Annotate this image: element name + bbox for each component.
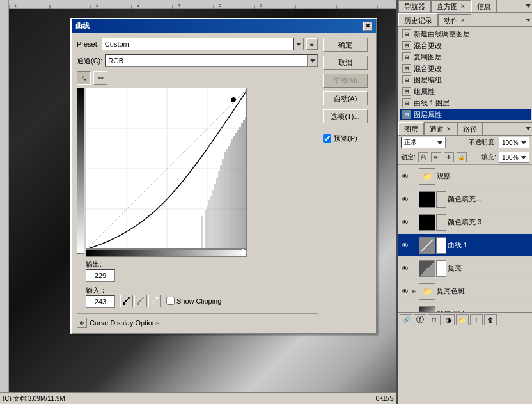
layer-visibility-tiqiangseban[interactable]: 👁	[400, 286, 410, 297]
lock-image-pixels-button[interactable]: ✏	[431, 152, 441, 162]
layer-visibility-guancha[interactable]: 👁	[400, 171, 410, 182]
history-icon-2: ⊞	[402, 52, 411, 61]
opacity-input[interactable]: 100%	[499, 137, 529, 148]
tab-actions-close[interactable]: ✕	[460, 17, 465, 24]
layer-item-bgcopy[interactable]: 👁 背景 副本	[398, 303, 532, 312]
tab-actions[interactable]: 动作 ✕	[438, 14, 471, 26]
tab-layers[interactable]: 图层	[398, 122, 424, 135]
layer-item-fill3[interactable]: 👁 颜色填充 3	[398, 211, 532, 234]
curve-pen-tool[interactable]: ∿	[77, 71, 91, 85]
svg-rect-40	[231, 139, 233, 249]
preset-dropdown-arrow[interactable]	[293, 38, 304, 50]
svg-rect-36	[224, 152, 226, 249]
auto-button[interactable]: 自动(A)	[323, 91, 368, 105]
add-mask-button[interactable]: □	[428, 314, 441, 325]
new-group-button[interactable]: 📁	[456, 314, 469, 325]
channel-label: 通道(C):	[77, 56, 102, 66]
layer-thumbs-fill3	[419, 214, 446, 231]
tab-channels-close[interactable]: ✕	[446, 126, 451, 132]
tab-history[interactable]: 历史记录	[398, 13, 438, 26]
layer-item-guancha[interactable]: 👁 📁 观察	[398, 165, 532, 188]
svg-rect-37	[226, 149, 228, 249]
output-input[interactable]	[86, 269, 115, 282]
history-item-7[interactable]: ⊞ 图层属性	[400, 109, 531, 120]
history-item-5[interactable]: ⊞ 组属性	[400, 86, 531, 97]
lock-transparent-button[interactable]	[418, 152, 428, 162]
cancel-button[interactable]: 取消	[323, 56, 368, 70]
gray-point-eyedropper[interactable]	[134, 295, 147, 307]
layer-link-tool[interactable]: 🔗	[400, 314, 412, 325]
layer-item-tiqiangseban[interactable]: 👁 ▶ 📁 提亮色斑	[398, 280, 532, 303]
channel-select-wrapper[interactable]: RGB	[105, 54, 318, 67]
black-point-eyedropper[interactable]	[120, 295, 133, 307]
layer-visibility-curves1[interactable]: 👁	[400, 240, 410, 251]
layer-visibility-fill3[interactable]: 👁	[400, 217, 410, 228]
tab-histogram[interactable]: 直方图 ✕	[431, 0, 471, 12]
tab-navigator[interactable]: 导航器	[398, 0, 431, 12]
history-panel-collapse[interactable]	[526, 14, 532, 26]
channel-value[interactable]: RGB	[105, 54, 308, 67]
layer-visibility-fill1[interactable]: 👁	[400, 194, 410, 205]
layer-thumb-fill3-main	[419, 214, 435, 231]
tab-paths[interactable]: 路径	[457, 123, 483, 135]
svg-text:4: 4	[178, 3, 180, 8]
history-item-4[interactable]: ⊞ 图层编组	[400, 74, 531, 86]
vertical-arrow	[77, 249, 85, 254]
tab-channels[interactable]: 通道 ✕	[424, 123, 457, 135]
layer-name-curves1: 曲线 1	[448, 240, 531, 250]
layer-link-fill1	[411, 194, 418, 205]
add-layer-style-button[interactable]: ⓕ	[414, 314, 426, 325]
input-label: 输入：	[86, 286, 115, 295]
input-input[interactable]	[86, 295, 115, 308]
layer-thumb-tiqiang-main	[419, 260, 435, 277]
panel-collapse-button[interactable]	[526, 0, 532, 12]
tab-info[interactable]: 信息	[471, 0, 497, 12]
tab-histogram-close[interactable]: ✕	[460, 3, 465, 10]
delete-layer-button[interactable]: 🗑	[484, 314, 497, 325]
input-tools-row: 输入： Show Clipping	[86, 286, 318, 308]
history-item-3[interactable]: ⊞ 混合更改	[400, 63, 531, 74]
layer-visibility-bgcopy[interactable]: 👁	[400, 309, 410, 313]
layer-link-tiqiang	[411, 263, 418, 274]
layer-item-fill1[interactable]: 👁 颜色填充...	[398, 188, 532, 211]
history-item-2[interactable]: ⊞ 复制图层	[400, 51, 531, 63]
history-item-1[interactable]: ⊞ 混合更改	[400, 40, 531, 51]
svg-rect-55	[141, 299, 142, 300]
opacity-value: 100%	[502, 139, 519, 146]
white-point-eyedropper[interactable]	[148, 295, 161, 307]
smooth-button[interactable]: 平滑(M)	[323, 74, 368, 88]
options-button[interactable]: 选项(T)...	[323, 109, 368, 123]
dialog-titlebar: 曲线 ✕	[72, 19, 376, 33]
layer-item-tiqiang[interactable]: 👁 提亮	[398, 257, 532, 280]
layer-visibility-tiqiang[interactable]: 👁	[400, 263, 410, 274]
preview-checkbox[interactable]	[323, 134, 331, 143]
layer-name-fill3: 颜色填充 3	[448, 217, 531, 227]
preset-dropdown[interactable]: Custom	[102, 38, 304, 50]
confirm-button[interactable]: 确定	[323, 38, 368, 52]
curve-graph[interactable]	[86, 88, 247, 249]
new-fill-adjustment-button[interactable]: ◑	[442, 314, 455, 325]
svg-text:2: 2	[96, 3, 98, 8]
svg-rect-31	[214, 184, 216, 249]
show-clipping-checkbox[interactable]	[166, 297, 175, 305]
history-item-label-6: 曲线 1 图层	[414, 98, 450, 108]
preset-options-button[interactable]: ≡	[306, 38, 318, 50]
history-item-0[interactable]: ⊞ 新建曲线调整图层	[400, 28, 531, 40]
preset-value[interactable]: Custom	[102, 38, 293, 50]
lock-all-button[interactable]: 🔒	[457, 152, 467, 162]
curve-options-expand-button[interactable]: ⊕	[77, 318, 87, 328]
curve-pencil-tool[interactable]: ✏	[93, 71, 107, 85]
new-layer-button[interactable]: +	[470, 314, 483, 325]
svg-rect-30	[212, 190, 214, 249]
lock-position-button[interactable]: ✛	[444, 152, 454, 162]
channel-dropdown-arrow[interactable]	[308, 54, 318, 67]
history-item-6[interactable]: ⊞ 曲线 1 图层	[400, 97, 531, 109]
layer-item-curves1[interactable]: 👁 曲线 1	[398, 234, 532, 257]
group-expand-arrow[interactable]: ▶	[412, 288, 416, 294]
layers-panel-collapse[interactable]	[526, 123, 532, 135]
dialog-close-button[interactable]: ✕	[363, 22, 372, 31]
blend-mode-select[interactable]: 正常	[401, 137, 446, 148]
svg-text:1: 1	[14, 3, 17, 8]
layer-thumb-curves1-mask	[436, 237, 446, 254]
fill-input[interactable]: 100%	[499, 152, 529, 163]
